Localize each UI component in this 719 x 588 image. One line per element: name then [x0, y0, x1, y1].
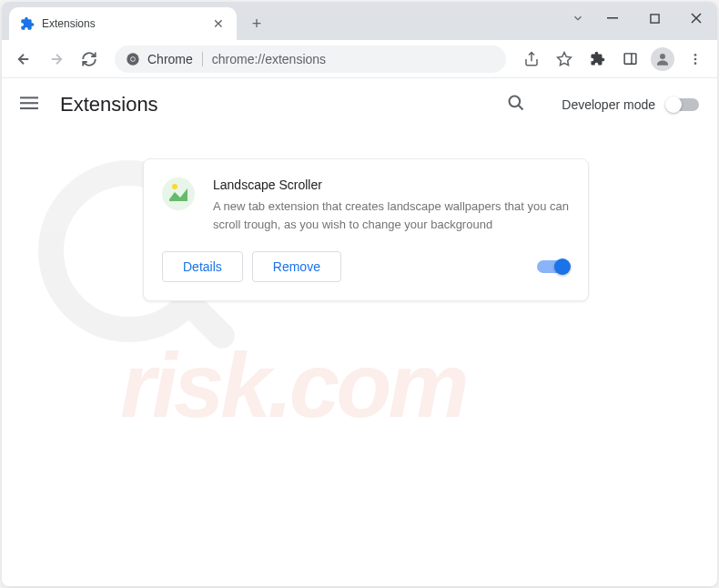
svg-point-14: [162, 177, 195, 210]
svg-rect-1: [650, 14, 658, 22]
titlebar: Extensions ✕ +: [2, 2, 717, 40]
reload-button[interactable]: [75, 45, 104, 74]
puzzle-icon: [20, 16, 35, 31]
svg-rect-5: [624, 54, 636, 64]
close-window-button[interactable]: [675, 4, 717, 33]
side-panel-icon[interactable]: [615, 45, 644, 74]
svg-rect-0: [607, 17, 618, 19]
close-tab-button[interactable]: ✕: [211, 16, 226, 31]
extension-description: A new tab extension that creates landsca…: [213, 198, 570, 233]
svg-point-13: [510, 96, 521, 107]
svg-point-6: [660, 54, 665, 59]
svg-point-9: [694, 62, 697, 65]
page-content: Extensions Developer mode C risk.com: [2, 78, 717, 586]
extensions-header: Extensions Developer mode: [2, 78, 717, 131]
svg-point-7: [694, 54, 697, 56]
omnibox[interactable]: Chromechrome://extensions: [115, 46, 506, 73]
maximize-button[interactable]: [633, 4, 675, 33]
page-title: Extensions: [60, 93, 489, 117]
tab-title: Extensions: [42, 17, 204, 30]
window-controls: [564, 2, 717, 40]
developer-mode-control: Developer mode: [562, 97, 699, 112]
back-button[interactable]: [9, 45, 38, 74]
extension-icon: [162, 177, 195, 210]
bookmark-star-icon[interactable]: [550, 45, 579, 74]
svg-rect-12: [20, 107, 38, 109]
browser-window: Extensions ✕ +: [2, 2, 717, 586]
details-button[interactable]: Details: [162, 251, 243, 282]
browser-tab[interactable]: Extensions ✕: [9, 7, 237, 40]
extensions-list: Landscape Scroller A new tab extension t…: [2, 131, 717, 329]
chrome-icon: [126, 52, 140, 66]
chevron-down-icon[interactable]: [564, 4, 592, 33]
svg-point-15: [172, 184, 177, 189]
extension-name: Landscape Scroller: [213, 177, 570, 192]
watermark-text: risk.com: [120, 333, 465, 438]
kebab-menu-icon[interactable]: [681, 45, 710, 74]
toggle-knob: [665, 96, 682, 113]
extension-card: Landscape Scroller A new tab extension t…: [143, 158, 589, 301]
svg-point-4: [131, 57, 135, 61]
svg-rect-10: [20, 96, 38, 98]
svg-point-8: [694, 57, 697, 60]
share-icon[interactable]: [517, 45, 546, 74]
hamburger-menu-icon[interactable]: [20, 94, 42, 116]
extensions-puzzle-icon[interactable]: [582, 45, 612, 74]
forward-button[interactable]: [42, 45, 71, 74]
new-tab-button[interactable]: +: [244, 11, 269, 36]
minimize-button[interactable]: [592, 4, 633, 33]
remove-button[interactable]: Remove: [252, 251, 341, 282]
profile-avatar[interactable]: [648, 45, 677, 74]
toggle-knob: [554, 259, 571, 275]
extension-enable-toggle[interactable]: [537, 260, 570, 273]
developer-mode-toggle[interactable]: [666, 98, 699, 111]
developer-mode-label: Developer mode: [562, 97, 655, 112]
url-display: Chromechrome://extensions: [147, 52, 326, 66]
search-icon[interactable]: [507, 94, 529, 116]
svg-rect-11: [20, 102, 38, 104]
address-bar: Chromechrome://extensions: [2, 40, 717, 78]
